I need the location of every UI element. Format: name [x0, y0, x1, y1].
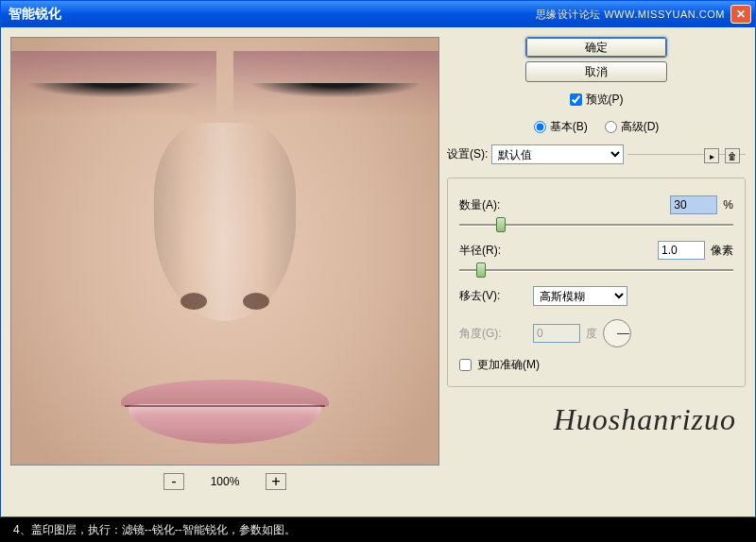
preview-column: - 100% + [10, 37, 439, 507]
angle-unit: 度 [586, 326, 597, 342]
basic-radio[interactable] [534, 121, 546, 133]
amount-slider[interactable] [459, 216, 733, 233]
accurate-label: 更加准确(M) [477, 357, 540, 373]
amount-unit: % [723, 198, 733, 212]
amount-input[interactable] [670, 195, 717, 214]
preview-checkbox[interactable] [570, 93, 582, 106]
settings-fieldset: 数量(A): % 半径(R): 像素 移去(V): 高斯模糊 [447, 178, 746, 387]
zoom-out-button[interactable]: - [163, 473, 184, 490]
angle-dial [603, 319, 631, 347]
accurate-checkbox[interactable] [459, 359, 472, 371]
close-icon[interactable]: ✕ [730, 5, 751, 24]
mode-advanced[interactable]: 高级(D) [605, 119, 660, 135]
settings-label: 设置(S): [447, 146, 488, 162]
amount-label: 数量(A): [459, 197, 527, 213]
smart-sharpen-dialog: 智能锐化 思缘设计论坛 WWW.MISSYUAN.COM ✕ - 100% + [0, 0, 756, 517]
preview-label: 预览(P) [586, 92, 624, 108]
angle-input [533, 324, 580, 343]
caption-bar: 4、盖印图层，执行：滤镜--锐化--智能锐化，参数如图。 [0, 517, 756, 542]
angle-label: 角度(G): [459, 326, 527, 342]
remove-label: 移去(V): [459, 288, 527, 304]
dialog-title: 智能锐化 [9, 6, 536, 23]
radius-unit: 像素 [711, 243, 733, 259]
remove-select[interactable]: 高斯模糊 [533, 286, 627, 306]
zoom-value: 100% [198, 475, 252, 488]
delete-preset-icon[interactable]: 🗑 [725, 148, 740, 163]
zoom-in-button[interactable]: + [266, 473, 286, 490]
mode-basic[interactable]: 基本(B) [534, 119, 588, 135]
dialog-body: - 100% + 确定 取消 预览(P) 基本(B) 高级(D) 设置(S): [1, 27, 755, 517]
ok-button[interactable]: 确定 [525, 37, 667, 58]
cancel-button[interactable]: 取消 [525, 61, 667, 82]
zoom-controls: - 100% + [163, 473, 286, 490]
watermark-text: 思缘设计论坛 WWW.MISSYUAN.COM [536, 8, 725, 22]
preview-image[interactable] [10, 37, 439, 466]
controls-column: 确定 取消 预览(P) 基本(B) 高级(D) 设置(S): 默认值 ▸ 🗑 [447, 37, 746, 507]
caption-text: 4、盖印图层，执行：滤镜--锐化--智能锐化，参数如图。 [13, 522, 296, 538]
advanced-radio[interactable] [605, 121, 617, 133]
titlebar[interactable]: 智能锐化 思缘设计论坛 WWW.MISSYUAN.COM ✕ [1, 1, 755, 27]
settings-select[interactable]: 默认值 [491, 144, 624, 164]
save-preset-icon[interactable]: ▸ [704, 148, 719, 163]
signature: Huoshanrizuo [447, 402, 746, 437]
radius-input[interactable] [658, 241, 705, 260]
radius-slider[interactable] [459, 262, 733, 279]
radius-label: 半径(R): [459, 243, 527, 259]
